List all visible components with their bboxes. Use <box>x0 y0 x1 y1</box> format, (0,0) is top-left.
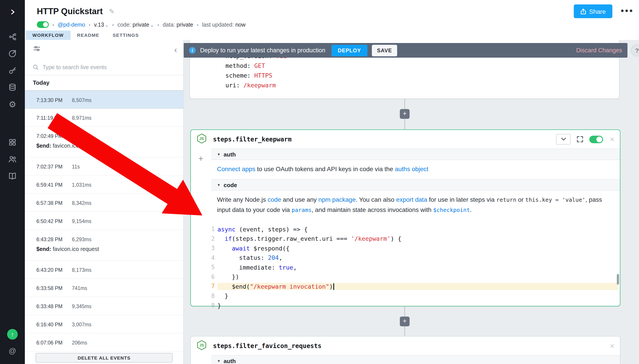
owner-link[interactable]: @pd-demo <box>58 22 85 28</box>
workflow-header: HTTP Quickstart ✎ Share ●●● • @pd-demo •… <box>25 0 639 40</box>
deploy-bar: i Deploy to run your latest changes in p… <box>184 43 627 58</box>
workflow-meta: • @pd-demo • v.13⌄ • code: private⌄ • da… <box>25 18 639 30</box>
event-row[interactable]: 7:13:30 PM8,507ms <box>25 90 183 108</box>
apps-grid-icon[interactable] <box>0 134 25 151</box>
svg-text:JS: JS <box>199 136 204 140</box>
data-privacy: data: private <box>163 22 193 28</box>
editor-scrollbar[interactable] <box>617 274 619 285</box>
code-line[interactable]: 9} <box>211 300 618 310</box>
code-line[interactable]: 4 status: 204, <box>211 253 618 262</box>
mentions-at-icon[interactable]: @ <box>0 343 25 360</box>
share-label: Share <box>589 8 606 15</box>
triangle-down-icon: ▼ <box>217 152 220 156</box>
tab-settings[interactable]: SETTINGS <box>106 30 146 40</box>
code-line[interactable]: 7 $end("/keepwarm invocation") <box>211 282 618 291</box>
docs-book-icon[interactable] <box>0 168 25 184</box>
event-sources-icon[interactable] <box>0 45 25 62</box>
event-row[interactable]: 6:43:20 PM8,173ms <box>25 261 183 279</box>
chevron-down-icon: ⌄ <box>105 22 109 27</box>
close-step-icon[interactable]: ✕ <box>610 136 614 142</box>
collapse-panel-icon[interactable]: ‹ <box>174 46 177 54</box>
delete-all-events-button[interactable]: DELETE ALL EVENTS <box>36 353 173 363</box>
code-section-header[interactable]: ▼ code <box>211 179 620 191</box>
save-button[interactable]: SAVE <box>372 44 397 56</box>
triangle-down-icon: ▼ <box>217 183 220 187</box>
live-events-panel: ‹ Today 7:13:30 PM8,507ms7:11:19 PM8,971… <box>25 40 184 364</box>
event-search <box>25 60 183 75</box>
add-inline-step-icon[interactable]: + <box>198 154 203 164</box>
event-row[interactable]: 6:57:38 PM8,342ms <box>25 194 183 212</box>
event-row[interactable]: 6:16:40 PM3,007ms <box>25 315 183 334</box>
auth-description: Connect apps to use OAuth tokens and API… <box>211 160 620 179</box>
add-step-button[interactable]: + <box>400 316 410 326</box>
add-step-button[interactable]: + <box>400 109 410 119</box>
workflows-icon[interactable] <box>0 28 25 45</box>
data-stores-icon[interactable] <box>0 79 25 96</box>
events-section-label: Today <box>25 75 183 90</box>
event-row[interactable]: 6:50:42 PM9,154ms <box>25 212 183 230</box>
step-header: JS steps.filter_keepwarm ✕ <box>191 130 620 148</box>
workflow-canvas: i Deploy to run your latest changes in p… <box>184 40 639 364</box>
event-row[interactable]: 7:02:37 PM11s <box>25 158 183 176</box>
triangle-down-icon: ▼ <box>217 359 220 363</box>
api-keys-icon[interactable] <box>0 62 25 79</box>
page-title: HTTP Quickstart <box>37 7 103 16</box>
version-dropdown[interactable]: v.13⌄ <box>94 22 109 28</box>
filter-keepwarm-step-card[interactable]: JS steps.filter_keepwarm ✕ + ▼ auth Conn… <box>190 130 620 306</box>
step-title: steps.filter_favicon_requests <box>213 342 322 349</box>
step-enabled-toggle[interactable] <box>589 136 603 143</box>
nodejs-icon: JS <box>196 133 207 146</box>
info-icon: i <box>189 47 196 54</box>
status-up-icon[interactable]: ↑ <box>0 326 25 343</box>
step-actions-dropdown[interactable] <box>556 134 571 144</box>
workflow-active-toggle[interactable] <box>37 21 49 28</box>
app-window: ⚙ ↑ @ HTTP Quickstart ✎ Share ●●● • @pd-… <box>0 0 639 364</box>
events-list: 7:13:30 PM8,507ms7:11:19 PM8,971ms7:02:4… <box>25 90 183 352</box>
settings-gear-icon[interactable]: ⚙ <box>0 96 25 112</box>
code-line[interactable]: 2 if(steps.trigger.raw_event.uri === '/k… <box>211 234 618 244</box>
step-title: steps.filter_keepwarm <box>213 136 291 143</box>
nodejs-icon: JS <box>196 340 207 352</box>
help-button[interactable]: ? <box>631 44 639 56</box>
tab-readme[interactable]: README <box>70 30 106 40</box>
code-line[interactable]: 5 immediate: true, <box>211 262 618 272</box>
search-input[interactable] <box>43 64 175 70</box>
event-row[interactable]: 6:07:06 PM206ms <box>25 334 183 352</box>
event-row[interactable]: 6:33:48 PM9,345ms <box>25 297 183 315</box>
event-row[interactable]: 6:33:58 PM741ms <box>25 279 183 297</box>
code-privacy-dropdown[interactable]: code: private⌄ <box>117 22 154 28</box>
code-description: Write any Node.js code and use any npm p… <box>211 191 620 220</box>
code-line[interactable]: 3 await $respond({ <box>211 244 618 253</box>
svg-text:JS: JS <box>199 343 204 347</box>
auth-section-header[interactable]: ▼ auth <box>211 355 620 364</box>
event-row[interactable]: 6:43:28 PM6,293ms$end: favicon.ico reque… <box>25 230 183 261</box>
event-row[interactable]: 6:59:41 PM1,031ms <box>25 176 183 194</box>
discard-changes-link[interactable]: Discard Changes <box>576 47 622 54</box>
app-sidebar: ⚙ ↑ @ <box>0 0 25 364</box>
chevron-down-icon: ⌄ <box>150 22 154 27</box>
code-line[interactable]: 8 } <box>211 291 618 300</box>
filter-favicon-step-card[interactable]: JS steps.filter_favicon_requests ✕ ▼ aut… <box>190 336 620 364</box>
more-menu-icon[interactable]: ●●● <box>620 7 634 14</box>
share-icon <box>580 8 586 14</box>
auth-section-header[interactable]: ▼ auth <box>211 148 620 160</box>
close-step-icon[interactable]: ✕ <box>610 342 614 349</box>
header-tabs: WORKFLOW README SETTINGS <box>25 30 639 40</box>
step-header: JS steps.filter_favicon_requests ✕ <box>191 336 620 355</box>
share-button[interactable]: Share <box>573 4 612 18</box>
deploy-button[interactable]: DEPLOY <box>332 44 367 56</box>
tab-workflow[interactable]: WORKFLOW <box>26 30 70 40</box>
chevron-down-icon <box>561 138 566 141</box>
last-updated: last updated: now <box>202 22 246 28</box>
edit-title-icon[interactable]: ✎ <box>109 8 115 16</box>
code-editor[interactable]: 1async (event, steps) => {2 if(steps.tri… <box>211 220 620 314</box>
event-row[interactable]: 7:02:49 PM$end: favicon.ico request <box>25 127 183 158</box>
event-filter-icon[interactable] <box>33 45 41 54</box>
code-line[interactable]: 6 }) <box>211 272 618 282</box>
members-icon[interactable] <box>0 151 25 168</box>
code-line[interactable]: 1async (event, steps) => { <box>211 224 618 234</box>
expand-sidebar-icon[interactable] <box>0 4 25 20</box>
fullscreen-icon[interactable] <box>576 136 583 143</box>
event-row[interactable]: 7:11:19 PM8,971ms <box>25 108 183 127</box>
search-icon <box>33 64 39 70</box>
